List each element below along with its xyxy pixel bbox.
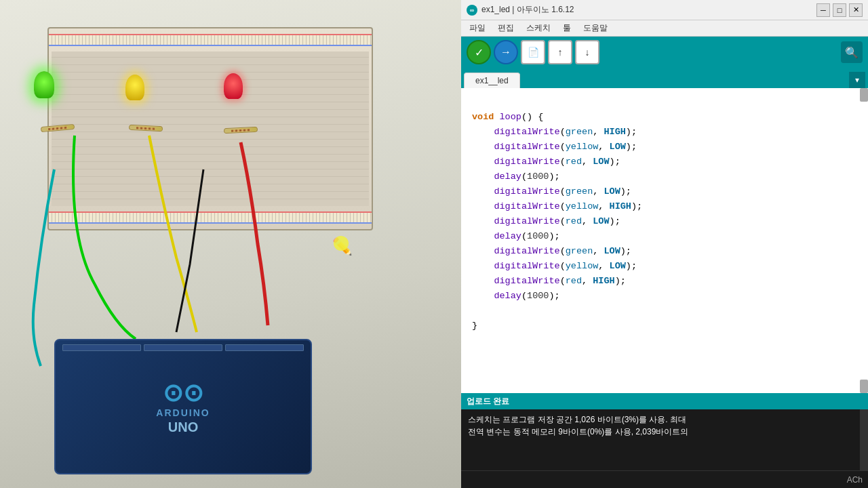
new-button[interactable]: 📄 <box>521 40 545 64</box>
code-line-14: delay(1000); <box>472 289 857 304</box>
save-button[interactable]: ↓ <box>575 40 599 64</box>
tab-bar: ex1__led ▾ <box>461 68 868 88</box>
code-line-9: digitalWrite(red, LOW); <box>472 214 857 229</box>
menu-sketch[interactable]: 스케치 <box>521 21 556 35</box>
led-yellow <box>125 75 144 100</box>
code-line-10: delay(1000); <box>472 229 857 244</box>
menu-tools[interactable]: 툴 <box>557 21 576 35</box>
window-title: ex1_led | 아두이노 1.6.12 <box>481 4 574 16</box>
menu-edit[interactable]: 편집 <box>492 21 519 35</box>
title-bar: ∞ ex1_led | 아두이노 1.6.12 ─ □ ✕ <box>461 0 868 20</box>
cursor-dot <box>334 236 349 251</box>
code-line-15 <box>472 304 857 319</box>
code-line-2: void loop() { <box>472 110 857 125</box>
search-button[interactable]: 🔍 <box>841 41 863 63</box>
upload-button[interactable]: → <box>494 40 518 64</box>
status-bar: 업로드 완료 <box>461 393 868 409</box>
toolbar: ✓ → 📄 ↑ ↓ 🔍 <box>461 37 868 68</box>
tab-dropdown[interactable]: ▾ <box>849 72 865 88</box>
menu-file[interactable]: 파일 <box>464 21 491 35</box>
scrollbar-bottom-arrow[interactable] <box>860 380 868 393</box>
scrollbar-top-arrow[interactable] <box>860 88 868 102</box>
code-line-12: digitalWrite(yellow, LOW); <box>472 259 857 274</box>
verify-button[interactable]: ✓ <box>467 40 491 64</box>
code-line-5: digitalWrite(red, LOW); <box>472 155 857 169</box>
code-line-3: digitalWrite(green, HIGH); <box>472 125 857 140</box>
console-line-1: 스케치는 프로그램 저장 공간 1,026 바이트(3%)를 사용. 최대 <box>468 413 861 426</box>
console-output: 스케치는 프로그램 저장 공간 1,026 바이트(3%)를 사용. 최대 전역… <box>461 409 868 470</box>
code-line-16: } <box>472 319 857 333</box>
app-icon: ∞ <box>467 5 477 16</box>
led-green <box>34 71 54 98</box>
bottom-bar: ACh <box>461 470 868 488</box>
status-text: 업로드 완료 <box>467 396 509 407</box>
console-scrollbar[interactable] <box>860 409 868 470</box>
code-line-13: digitalWrite(red, HIGH); <box>472 274 857 289</box>
code-line-11: digitalWrite(green, LOW); <box>472 244 857 259</box>
code-line-4: digitalWrite(yellow, LOW); <box>472 140 857 155</box>
menu-help[interactable]: 도움말 <box>578 21 613 35</box>
code-line-6: delay(1000); <box>472 169 857 184</box>
code-line-1 <box>472 95 857 110</box>
code-line-8: digitalWrite(yellow, HIGH); <box>472 199 857 214</box>
tab-ex1-led[interactable]: ex1__led <box>464 73 520 88</box>
code-line-7: digitalWrite(green, LOW); <box>472 184 857 199</box>
close-button[interactable]: ✕ <box>849 3 863 17</box>
menu-bar: 파일 편집 스케치 툴 도움말 <box>461 20 868 37</box>
arduino-ide-window: ∞ ex1_led | 아두이노 1.6.12 ─ □ ✕ 파일 편집 스케치 … <box>461 0 868 488</box>
hardware-photo: ⊙⊙ ARDUINO UNO ✏️ <box>0 0 461 488</box>
arduino-board: ⊙⊙ ARDUINO UNO <box>54 339 312 474</box>
minimize-button[interactable]: ─ <box>816 3 830 17</box>
bottom-info: ACh <box>847 475 863 485</box>
led-red <box>224 73 243 99</box>
code-editor[interactable]: void loop() { digitalWrite(green, HIGH);… <box>461 88 868 393</box>
breadboard <box>47 27 373 230</box>
console-line-2: 전역 변수는 동적 메모리 9바이트(0%)를 사용, 2,039바이트의 <box>468 426 861 438</box>
open-button[interactable]: ↑ <box>548 40 572 64</box>
maximize-button[interactable]: □ <box>833 3 846 17</box>
